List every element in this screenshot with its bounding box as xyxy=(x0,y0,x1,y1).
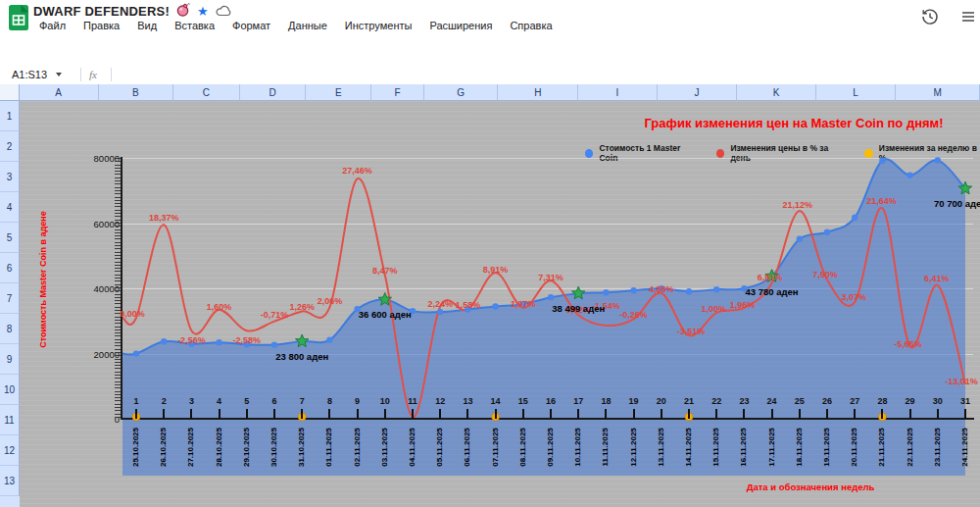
column-header-L[interactable]: L xyxy=(816,84,897,101)
weekly-star-marker xyxy=(958,181,971,194)
row-header-1[interactable]: 1 xyxy=(0,101,20,131)
column-header-A[interactable]: A xyxy=(20,84,99,101)
day-tick xyxy=(688,409,690,419)
column-header-C[interactable]: C xyxy=(173,84,240,101)
row-header-2[interactable]: 2 xyxy=(0,131,20,162)
weekly-star-marker xyxy=(378,293,391,306)
day-tick xyxy=(522,409,524,419)
menu-Файл[interactable]: Файл xyxy=(35,19,70,32)
column-header-G[interactable]: G xyxy=(424,84,499,101)
percent-data-label: 0,00% xyxy=(120,309,145,319)
column-header-K[interactable]: K xyxy=(737,84,816,101)
percent-data-label: 7,50% xyxy=(812,270,838,279)
price-data-label: 23 800 аден xyxy=(275,350,328,361)
date-label: 05.11.2025 xyxy=(435,421,445,474)
day-tick xyxy=(633,409,635,419)
row-header-11[interactable]: 11 xyxy=(0,405,20,435)
menu-list-icon[interactable] xyxy=(960,9,976,28)
column-header-M[interactable]: M xyxy=(896,84,980,101)
day-tick xyxy=(412,409,414,419)
percent-data-label: 1,96% xyxy=(730,300,756,310)
row-header-8[interactable]: 8 xyxy=(0,314,20,344)
row-header-3[interactable]: 3 xyxy=(0,162,20,192)
day-tick xyxy=(439,409,441,419)
date-label: 20.11.2025 xyxy=(850,421,859,474)
column-header-I[interactable]: I xyxy=(578,84,658,101)
date-label: 17.11.2025 xyxy=(767,421,777,474)
percent-data-label: 1,97% xyxy=(511,299,536,309)
day-tick xyxy=(605,409,607,419)
date-label: 19.11.2025 xyxy=(822,421,832,474)
date-label: 10.11.2025 xyxy=(573,421,583,474)
percent-data-label: 18,37% xyxy=(149,213,179,223)
percent-data-label: -5,65% xyxy=(894,339,922,349)
column-header-F[interactable]: F xyxy=(371,84,424,101)
day-number-label: 13 xyxy=(458,396,477,406)
day-tick xyxy=(854,409,856,419)
embedded-chart[interactable]: График изменения цен на Master Coin по д… xyxy=(20,101,980,507)
date-label: 03.11.2025 xyxy=(380,421,390,474)
percent-data-label: 1,58% xyxy=(456,300,481,310)
select-all-corner[interactable] xyxy=(0,84,20,101)
column-header-H[interactable]: H xyxy=(498,84,578,101)
date-label: 18.11.2025 xyxy=(795,421,805,474)
row-header-5[interactable]: 5 xyxy=(0,223,20,253)
formula-input[interactable] xyxy=(120,65,980,84)
percent-data-label: -0,26% xyxy=(619,310,648,320)
menu-Формат[interactable]: Формат xyxy=(228,19,274,32)
date-label: 15.11.2025 xyxy=(711,421,721,474)
day-number-label: 7 xyxy=(292,396,312,406)
sheets-logo-icon[interactable] xyxy=(9,5,28,30)
menu-Справка[interactable]: Справка xyxy=(506,19,556,32)
row-header-13[interactable]: 13 xyxy=(0,466,20,496)
day-number-label: 21 xyxy=(679,396,699,406)
day-number-label: 11 xyxy=(403,396,422,406)
row-header-12[interactable]: 12 xyxy=(0,435,20,466)
menu-Данные[interactable]: Данные xyxy=(284,19,331,32)
menu-Правка[interactable]: Правка xyxy=(79,19,123,32)
percent-data-label: 27,46% xyxy=(342,166,372,176)
menu-Расширения[interactable]: Расширения xyxy=(425,19,496,32)
row-header-9[interactable]: 9 xyxy=(0,344,20,375)
day-tick xyxy=(771,409,773,419)
percent-data-label: 1,00% xyxy=(701,304,726,314)
day-number-label: 31 xyxy=(956,396,975,406)
day-tick xyxy=(661,409,662,419)
document-title[interactable]: DWARF DEFENDERS! xyxy=(33,4,170,19)
date-label: 12.11.2025 xyxy=(629,421,639,474)
star-icon[interactable]: ★ xyxy=(197,5,209,18)
date-label: 31.10.2025 xyxy=(297,421,307,474)
version-history-icon[interactable] xyxy=(921,8,939,29)
row-header-4[interactable]: 4 xyxy=(0,192,20,223)
day-number-label: 27 xyxy=(845,396,864,406)
column-header-E[interactable]: E xyxy=(306,84,371,101)
menu-Вид[interactable]: Вид xyxy=(133,19,161,32)
fx-icon: fx xyxy=(89,69,97,80)
day-tick xyxy=(384,409,386,419)
day-tick xyxy=(495,409,497,419)
date-label: 06.11.2025 xyxy=(463,421,472,474)
price-data-label: 36 600 аден xyxy=(359,309,412,320)
row-header-6[interactable]: 6 xyxy=(0,253,20,283)
column-header-D[interactable]: D xyxy=(240,84,307,101)
menu-Вставка[interactable]: Вставка xyxy=(171,19,219,32)
day-number-label: 10 xyxy=(375,396,395,406)
day-number-label: 6 xyxy=(265,396,284,406)
toolbar-strip: Меню↺↻100%p.%.0.00123Pango...−10+BISAAΣP… xyxy=(0,35,980,65)
column-header-J[interactable]: J xyxy=(658,84,738,101)
row-header-10[interactable]: 10 xyxy=(0,375,20,405)
date-label: 14.11.2025 xyxy=(684,421,694,474)
percent-data-label: 21,64% xyxy=(866,196,897,206)
percent-data-label: -3,51% xyxy=(677,327,706,336)
date-label: 09.11.2025 xyxy=(546,421,556,474)
date-label: 26.10.2025 xyxy=(159,421,169,474)
percent-data-label: 2,06% xyxy=(318,296,343,306)
day-tick xyxy=(715,409,717,419)
percent-data-label: 8,47% xyxy=(372,266,398,276)
day-number-label: 9 xyxy=(348,396,368,406)
row-header-7[interactable]: 7 xyxy=(0,283,20,314)
name-box[interactable]: A1:S13 xyxy=(0,69,73,80)
day-tick xyxy=(466,409,468,419)
menu-Инструменты[interactable]: Инструменты xyxy=(341,19,416,32)
column-header-B[interactable]: B xyxy=(99,84,174,101)
